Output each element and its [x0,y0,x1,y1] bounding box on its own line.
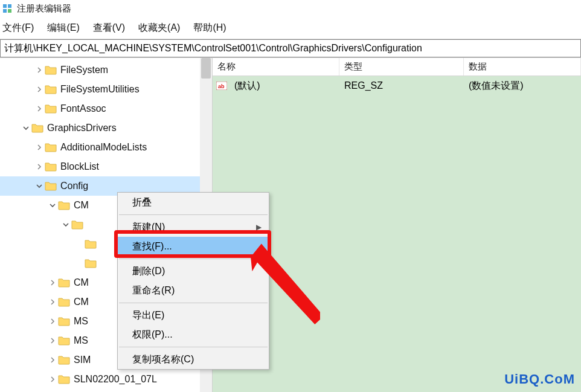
workspace: FileSystemFileSystemUtilitiesFontAssocGr… [0,57,581,392]
folder-icon [45,181,57,191]
cm-separator [119,303,268,303]
submenu-arrow-icon: ▶ [256,223,262,231]
folder-icon [58,336,70,345]
chevron-right-icon[interactable] [34,142,45,153]
tree-item-label: MS [74,316,88,327]
svg-text:ab: ab [218,83,225,89]
folder-icon [58,201,70,210]
chevron-down-icon[interactable] [47,200,58,211]
col-data[interactable]: 数据 [464,58,581,76]
context-menu: 折叠 新建(N)▶ 查找(F)... 删除(D) 重命名(R) 导出(E) 权限… [117,192,269,370]
watermark: UiBQ.CoM [504,371,575,387]
folder-icon [85,259,97,268]
folder-icon [58,374,70,384]
folder-icon [58,316,70,326]
cm-rename[interactable]: 重命名(R) [118,281,269,300]
svg-rect-0 [3,4,7,8]
chevron-right-icon[interactable] [47,297,58,307]
address-path: 计算机\HKEY_LOCAL_MACHINE\SYSTEM\ControlSet… [4,42,422,55]
col-name[interactable]: 名称 [213,58,339,76]
cell-data: (数值未设置) [464,80,581,92]
folder-icon [45,162,57,172]
scrollbar-thumb[interactable] [201,58,211,79]
list-row[interactable]: ab (默认) REG_SZ (数值未设置) [213,76,581,95]
tree-item-label: AdditionalModeLists [60,142,147,153]
folder-icon [58,297,70,307]
cm-new[interactable]: 新建(N)▶ [118,217,269,237]
chevron-down-icon[interactable] [34,181,45,191]
chevron-right-icon[interactable] [34,103,45,114]
cm-permissions[interactable]: 权限(P)... [118,325,269,344]
tree-item[interactable]: GraphicsDrivers [0,118,212,138]
cm-delete[interactable]: 删除(D) [118,262,269,281]
svg-rect-3 [8,9,11,13]
cm-export[interactable]: 导出(E) [118,306,269,325]
svg-rect-1 [8,4,11,8]
chevron-right-icon[interactable] [34,84,45,95]
folder-icon [58,355,70,365]
tree-item-label: CM [74,297,89,307]
cm-find[interactable]: 查找(F)... [118,237,269,256]
cm-separator [119,347,268,347]
tree-item-label: GraphicsDrivers [47,123,117,133]
string-value-icon: ab [216,82,227,90]
svg-rect-2 [3,9,7,13]
tree-item-label: MS [74,335,88,346]
tree-item[interactable]: BlockList [0,157,212,176]
address-bar[interactable]: 计算机\HKEY_LOCAL_MACHINE\SYSTEM\ControlSet… [0,39,581,57]
cell-name: (默认) [230,80,339,92]
tree-item-label: FileSystemUtilities [60,84,140,95]
folder-icon [58,278,70,288]
tree-item-label: SIM [74,355,91,365]
cm-collapse[interactable]: 折叠 [118,193,269,212]
folder-icon [45,104,57,114]
menu-favorites[interactable]: 收藏夹(A) [138,22,180,34]
tree-item-label: Config [60,181,88,191]
folder-icon [45,85,57,94]
list-header: 名称 类型 数据 [213,58,581,76]
cm-separator [119,214,268,215]
regedit-icon [2,4,12,13]
chevron-right-icon[interactable] [47,374,58,385]
folder-icon [85,239,97,249]
menu-bar: 文件(F) 编辑(E) 查看(V) 收藏夹(A) 帮助(H) [0,17,581,39]
chevron-right-icon[interactable] [34,65,45,76]
folder-icon [31,123,43,133]
chevron-right-icon[interactable] [47,277,58,288]
chevron-right-icon[interactable] [47,355,58,365]
tree-item[interactable]: SLN02200_01_07L [0,370,212,389]
window-title: 注册表编辑器 [17,3,71,14]
title-bar: 注册表编辑器 [0,0,581,17]
chevron-down-icon[interactable] [21,123,31,133]
folder-icon [45,143,57,152]
chevron-right-icon[interactable] [34,161,45,172]
cm-copy-key-name[interactable]: 复制项名称(C) [118,350,269,369]
tree-item-label: FileSystem [60,65,108,76]
menu-edit[interactable]: 编辑(E) [47,22,79,34]
tree-item[interactable]: FileSystem [0,60,212,80]
tree-item-label: CM [74,277,89,288]
tree-item[interactable]: FileSystemUtilities [0,80,212,99]
tree-item[interactable]: AdditionalModeLists [0,138,212,157]
tree-item-label: CM [74,200,89,211]
tree-item-label: BlockList [60,161,99,172]
tree-item[interactable]: FontAssoc [0,99,212,118]
folder-icon [45,65,57,75]
chevron-down-icon[interactable] [60,219,71,230]
menu-file[interactable]: 文件(F) [2,22,34,34]
chevron-right-icon[interactable] [47,316,58,327]
col-type[interactable]: 类型 [339,58,464,76]
folder-icon [71,220,83,230]
tree-item-label: SLN02200_01_07L [74,374,157,385]
menu-help[interactable]: 帮助(H) [193,22,226,34]
chevron-right-icon[interactable] [47,335,58,346]
cell-type: REG_SZ [339,80,464,91]
menu-view[interactable]: 查看(V) [93,22,125,34]
cm-separator [119,259,268,259]
tree-item-label: FontAssoc [60,103,106,114]
